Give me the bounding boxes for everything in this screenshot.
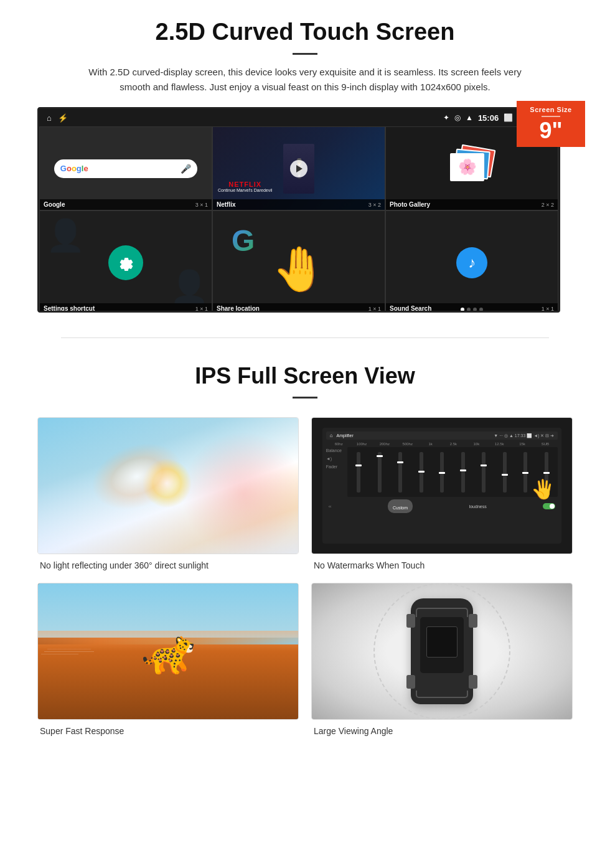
netflix-brand: NETFLIX Continue Marvel's Daredevil — [218, 181, 272, 192]
photo-label: Photo Gallery 2 × 2 — [386, 199, 558, 210]
wheel-front-right — [469, 614, 477, 628]
google-label: Google 3 × 1 — [40, 199, 212, 210]
section-ips-screen: IPS Full Screen View No light reflecting… — [0, 357, 610, 748]
gear-svg — [117, 254, 134, 271]
app-size-netflix: 3 × 2 — [368, 202, 381, 208]
play-button[interactable] — [290, 160, 307, 177]
app-name-sound: Sound Search — [390, 305, 431, 312]
section1-title: 2.5D Curved Touch Screen — [37, 19, 573, 45]
car-image-box — [311, 583, 573, 720]
dot-3 — [473, 308, 477, 311]
ghost-icon-2: 👤 — [170, 268, 209, 304]
netflix-label: Netflix 3 × 2 — [213, 199, 385, 210]
section1-description: With 2.5D curved-display screen, this de… — [87, 65, 523, 95]
car-caption: Large Viewing Angle — [311, 726, 573, 736]
google-logo: Google — [60, 164, 88, 173]
cheetah-image: 🐆 — [38, 583, 298, 719]
app-name-netflix: Netflix — [217, 201, 236, 208]
status-bar: ⌂ ⚡ ✦ ◎ ▲ 15:06 ⬜ ◄) ✕ ▭ — [39, 109, 558, 126]
dot-4 — [479, 308, 483, 311]
amplifier-image: ⌂ Amplifier ▼ ··· ◎ ▲ 17:33 ⬜ ◄) ✕ ⊟ ➜ 6… — [312, 418, 572, 554]
status-bar-left: ⌂ ⚡ — [47, 113, 68, 123]
app-size-photo: 2 × 2 — [542, 202, 554, 208]
netflix-subtitle: Continue Marvel's Daredevil — [218, 188, 272, 192]
amplifier-caption: No Watermarks When Touch — [311, 560, 573, 570]
netflix-widget[interactable]: 🕴 NETFLIX Continue Marvel's Daredevil Ne… — [212, 126, 385, 210]
google-widget[interactable]: Google 🎤 Google 3 × 1 — [39, 126, 212, 210]
play-triangle — [296, 165, 303, 172]
bluetooth-icon: ✦ — [443, 113, 449, 122]
gps-icon: ◎ — [454, 113, 461, 122]
mic-icon: 🎤 — [181, 164, 191, 174]
screen-size-badge: Screen Size 9" — [517, 101, 585, 147]
flower-emoji: 🌸 — [458, 158, 477, 176]
app-size-share: 1 × 1 — [368, 306, 381, 312]
share-location-widget[interactable]: G 🤚 Share location 1 × 1 — [212, 210, 385, 313]
app-size-google: 3 × 1 — [195, 202, 208, 208]
gmaps-container: G 🤚 — [213, 211, 385, 313]
car-image — [312, 583, 572, 719]
feature-amplifier: ⌂ Amplifier ▼ ··· ◎ ▲ 17:33 ⬜ ◄) ✕ ⊟ ➜ 6… — [311, 417, 573, 570]
screen-wrapper: Screen Size 9" ⌂ ⚡ ✦ ◎ ▲ 15:06 ⬜ ◄) ✕ — [37, 107, 573, 313]
sunlight-image — [38, 418, 298, 554]
app-size-settings: 1 × 1 — [195, 306, 208, 312]
car-top-view — [411, 598, 473, 704]
netflix-logo-text: NETFLIX — [218, 181, 272, 188]
settings-label: Settings shortcut 1 × 1 — [40, 303, 212, 313]
photo-stack: 🌸 — [450, 147, 494, 191]
eq-header: ⌂ Amplifier ▼ ··· ◎ ▲ 17:33 ⬜ ◄) ✕ ⊟ ➜ — [326, 432, 558, 440]
feature-cheetah: 🐆 Super Fast Response — [37, 583, 299, 736]
app-name-share: Share location — [217, 305, 260, 312]
section-curved-screen: 2.5D Curved Touch Screen With 2.5D curve… — [0, 0, 610, 319]
home-icon: ⌂ — [47, 113, 52, 123]
app-name-photo: Photo Gallery — [390, 201, 430, 208]
badge-divider — [542, 116, 560, 117]
camera-icon: ⬜ — [504, 113, 513, 122]
section2-title: IPS Full Screen View — [37, 363, 573, 389]
music-note-icon: ♪ — [468, 254, 476, 271]
status-time: 15:06 — [478, 113, 499, 123]
badge-label: Screen Size — [523, 106, 579, 113]
share-label: Share location 1 × 1 — [213, 303, 385, 313]
cheetah-image-box: 🐆 — [37, 583, 299, 720]
google-search-bar[interactable]: Google 🎤 — [54, 159, 197, 178]
car-roof — [420, 617, 464, 673]
app-name-settings: Settings shortcut — [44, 305, 95, 312]
usb-icon: ⚡ — [58, 113, 68, 123]
wheel-rear-left — [406, 675, 415, 689]
ghost-icon-1: 👤 — [46, 217, 85, 253]
device-screen: ⌂ ⚡ ✦ ◎ ▲ 15:06 ⬜ ◄) ✕ ▭ — [37, 107, 560, 313]
badge-size: 9" — [523, 120, 579, 142]
wheel-front-left — [406, 614, 415, 628]
feature-grid: No light reflecting under 360° direct su… — [37, 417, 573, 736]
sunlight-caption: No light reflecting under 360° direct su… — [37, 560, 299, 570]
amplifier-image-box: ⌂ Amplifier ▼ ··· ◎ ▲ 17:33 ⬜ ◄) ✕ ⊟ ➜ 6… — [311, 417, 573, 554]
sunlight-image-box — [37, 417, 299, 554]
gmaps-g-logo: G — [232, 224, 255, 258]
eq-screen: ⌂ Amplifier ▼ ··· ◎ ▲ 17:33 ⬜ ◄) ✕ ⊟ ➜ 6… — [322, 428, 562, 543]
app-grid: Google 🎤 Google 3 × 1 🕴 — [39, 126, 558, 313]
feature-car: Large Viewing Angle — [311, 583, 573, 736]
photo-card-3: 🌸 — [450, 153, 484, 181]
feature-sunlight: No light reflecting under 360° direct su… — [37, 417, 299, 570]
finger-hand: 🤚 — [272, 243, 326, 295]
page-dots — [461, 308, 483, 311]
wifi-icon: ▲ — [466, 113, 473, 122]
sound-icon-bg: ♪ — [456, 247, 487, 278]
title-underline — [293, 53, 317, 55]
sound-search-widget[interactable]: ♪ Sound Search 1 × 1 — [385, 210, 558, 313]
wheel-rear-right — [469, 675, 477, 689]
car-windshield — [416, 608, 468, 617]
dot-1 — [461, 308, 464, 311]
dot-2 — [467, 308, 471, 311]
settings-icon-bg — [108, 245, 143, 280]
cheetah-caption: Super Fast Response — [37, 726, 299, 736]
section2-underline — [293, 397, 317, 399]
section-divider — [61, 337, 549, 338]
settings-widget[interactable]: 👤 👤 Settings shortcut 1 × 1 — [39, 210, 212, 313]
app-name-google: Google — [44, 201, 65, 208]
eq-header-text: Amplifier — [337, 433, 354, 438]
app-size-sound: 1 × 1 — [542, 306, 554, 312]
